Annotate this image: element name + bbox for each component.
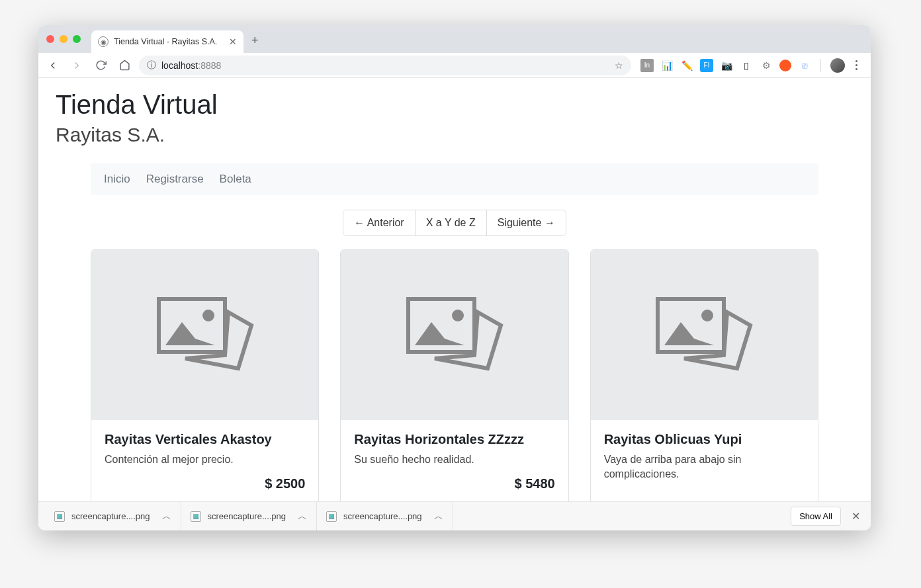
product-grid: Rayitas Verticales Akastoy Contención al… — [91, 249, 818, 501]
product-card-body: Rayitas Verticales Akastoy Contención al… — [91, 420, 318, 501]
show-all-downloads-button[interactable]: Show All — [791, 507, 841, 526]
site-info-icon[interactable]: ⓘ — [147, 60, 156, 71]
page-title: Tienda Virtual — [56, 90, 854, 120]
product-title: Rayitas Verticales Akastoy — [105, 432, 305, 447]
nav-inicio[interactable]: Inicio — [104, 173, 130, 186]
minimize-window-button[interactable] — [60, 35, 67, 43]
product-card-body: Rayitas Horizontales ZZzzz Su sueño hech… — [341, 420, 568, 501]
window-controls — [46, 35, 81, 43]
chevron-up-icon[interactable]: ︿ — [434, 511, 443, 523]
pagination-group: ← Anterior X a Y de Z Siguiente → — [343, 210, 566, 236]
url-port: :8888 — [198, 60, 221, 71]
product-description: Su sueño hecho realidad. — [354, 452, 554, 467]
product-card[interactable]: Rayitas Oblicuas Yupi Vaya de arriba par… — [590, 249, 818, 501]
download-item[interactable]: screencapture....png ︿ — [317, 502, 453, 530]
file-icon — [54, 511, 65, 522]
window-titlebar: ◉ Tienda Virtual - Rayitas S.A. ✕ + — [38, 25, 871, 53]
extensions-area: In 📊 ✏️ FI 📷 ▯ ⚙ ⎚ — [636, 58, 865, 73]
product-description: Vaya de arriba para abajo sin complicaci… — [604, 452, 805, 482]
product-description: Contención al mejor precio. — [105, 452, 305, 467]
close-window-button[interactable] — [46, 35, 54, 43]
product-image-placeholder — [341, 250, 568, 420]
nav-registrarse[interactable]: Registrarse — [146, 173, 204, 186]
extension-icon[interactable]: ⚙ — [760, 59, 773, 72]
extension-icon[interactable]: 📊 — [660, 59, 674, 72]
file-icon — [326, 511, 337, 522]
page-subtitle: Rayitas S.A. — [56, 124, 854, 146]
svg-point-1 — [202, 310, 214, 321]
site-navbar: Inicio Registrarse Boleta — [91, 163, 818, 195]
browser-window: ◉ Tienda Virtual - Rayitas S.A. ✕ + ⓘ lo… — [38, 25, 871, 530]
browser-tab[interactable]: ◉ Tienda Virtual - Rayitas S.A. ✕ — [91, 30, 243, 53]
prev-button[interactable]: ← Anterior — [343, 210, 416, 235]
extension-icon[interactable]: In — [640, 59, 654, 72]
download-filename: screencapture....png — [208, 511, 286, 521]
svg-point-4 — [452, 310, 464, 321]
extension-icon[interactable]: ✏️ — [680, 59, 693, 72]
download-item[interactable]: screencapture....png ︿ — [181, 502, 318, 530]
downloads-bar: screencapture....png ︿ screencapture....… — [38, 501, 871, 530]
close-tab-button[interactable]: ✕ — [229, 36, 237, 47]
product-price: $ 2500 — [105, 476, 305, 491]
maximize-window-button[interactable] — [73, 35, 81, 43]
product-title: Rayitas Horizontales ZZzzz — [354, 432, 554, 447]
product-price: $ 5480 — [354, 476, 554, 491]
pagination: ← Anterior X a Y de Z Siguiente → — [91, 210, 818, 236]
product-image-placeholder — [591, 250, 818, 420]
browser-toolbar: ⓘ localhost:8888 ☆ In 📊 ✏️ FI 📷 ▯ ⚙ ⎚ — [38, 53, 871, 78]
nav-boleta[interactable]: Boleta — [220, 173, 251, 186]
product-title: Rayitas Oblicuas Yupi — [604, 432, 805, 447]
chevron-up-icon[interactable]: ︿ — [298, 511, 307, 523]
product-card[interactable]: Rayitas Horizontales ZZzzz Su sueño hech… — [340, 249, 568, 501]
next-button[interactable]: Siguiente → — [487, 210, 566, 235]
extension-icon[interactable]: ▯ — [740, 59, 753, 72]
chevron-up-icon[interactable]: ︿ — [162, 511, 171, 523]
product-card[interactable]: Rayitas Verticales Akastoy Contención al… — [91, 249, 319, 501]
back-button[interactable] — [44, 56, 62, 75]
extension-icon[interactable]: 📷 — [720, 59, 733, 72]
download-filename: screencapture....png — [343, 511, 422, 521]
page-content: Tienda Virtual Rayitas S.A. Inicio Regis… — [38, 78, 871, 501]
product-card-body: Rayitas Oblicuas Yupi Vaya de arriba par… — [591, 420, 818, 501]
close-downloads-bar-button[interactable]: ✕ — [848, 510, 864, 523]
download-filename: screencapture....png — [71, 511, 150, 521]
product-image-placeholder — [91, 250, 318, 420]
reload-button[interactable] — [91, 56, 110, 75]
url-host: localhost — [161, 60, 198, 71]
home-button[interactable] — [115, 56, 134, 75]
range-indicator[interactable]: X a Y de Z — [416, 210, 487, 235]
favicon-icon: ◉ — [98, 36, 109, 47]
svg-point-7 — [701, 310, 713, 321]
main-container: Inicio Registrarse Boleta ← Anterior X a… — [91, 163, 818, 501]
download-item[interactable]: screencapture....png ︿ — [45, 502, 181, 530]
tab-title: Tienda Virtual - Rayitas S.A. — [114, 37, 217, 46]
address-bar[interactable]: ⓘ localhost:8888 ☆ — [139, 56, 631, 75]
extension-icon[interactable] — [779, 60, 791, 71]
forward-button[interactable] — [67, 56, 86, 75]
file-icon — [191, 511, 201, 522]
extension-icon[interactable]: ⎚ — [798, 59, 811, 72]
toolbar-divider — [820, 59, 821, 72]
browser-menu-button[interactable] — [852, 60, 861, 70]
new-tab-button[interactable]: + — [251, 34, 259, 48]
extension-icon[interactable]: FI — [700, 59, 713, 72]
bookmark-star-icon[interactable]: ☆ — [615, 60, 623, 71]
profile-avatar[interactable] — [830, 58, 845, 73]
